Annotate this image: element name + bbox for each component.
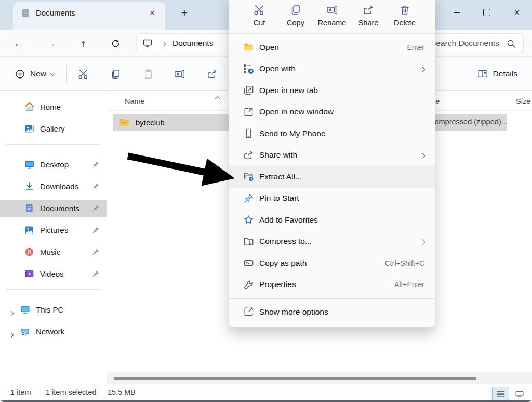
menu-item-shortcut: Enter: [407, 43, 424, 51]
sidebar-content-divider: [107, 91, 107, 384]
thumbnail-view-toggle[interactable]: [511, 387, 528, 400]
new-button[interactable]: New: [8, 64, 61, 84]
rename-command[interactable]: Rename: [315, 3, 349, 28]
forward-button[interactable]: →: [41, 34, 61, 53]
details-pane-button[interactable]: Details: [472, 64, 523, 84]
search-icon: [506, 38, 517, 49]
menu-item-open-in-new-tab[interactable]: Open in new tab: [229, 80, 435, 101]
copy-button[interactable]: [105, 63, 126, 84]
cut-command[interactable]: Cut: [243, 3, 276, 28]
command-label: Share: [358, 19, 379, 27]
menu-item-share-with[interactable]: Share with: [229, 145, 435, 166]
sidebar-item-home[interactable]: Home: [0, 98, 107, 115]
minimize-button[interactable]: [442, 0, 472, 25]
pinned-icon: [91, 204, 100, 213]
sidebar-item-gallery[interactable]: Gallery: [0, 120, 107, 137]
paste-button[interactable]: [138, 63, 158, 84]
pinned-icon: [91, 182, 100, 191]
sort-ascending-icon[interactable]: [216, 93, 219, 102]
column-header-name[interactable]: Name: [125, 97, 145, 106]
horizontal-scrollbar[interactable]: [107, 372, 532, 384]
tab-title: Documents: [36, 8, 145, 17]
menu-item-open-in-new-window[interactable]: Open in new window: [229, 101, 435, 123]
compress-zip-icon: [243, 236, 255, 248]
menu-item-add-to-favorites[interactable]: Add to Favorites: [229, 209, 435, 231]
menu-item-label: Open in new window: [259, 107, 334, 116]
favorites-star-icon: [243, 214, 255, 226]
tab-close-icon[interactable]: ×: [145, 6, 159, 20]
menu-item-send-to-my-phone[interactable]: Send to My Phone: [229, 123, 435, 145]
copy-as-path-icon: [243, 257, 255, 269]
copy-command[interactable]: Copy: [279, 3, 312, 28]
sidebar-item-videos[interactable]: Videos: [0, 265, 107, 282]
delete-icon: [398, 4, 411, 16]
context-menu-command-row: Cut Copy Rename Share: [229, 0, 435, 34]
menu-item-open-with[interactable]: Open with: [229, 58, 435, 80]
sidebar-item-music[interactable]: Music: [0, 243, 107, 261]
menu-item-pin-to-start[interactable]: Pin to Start: [229, 188, 435, 210]
sidebar-item-label: Home: [40, 102, 61, 111]
zipped-folder-icon: [118, 116, 130, 128]
sidebar-item-label: Documents: [40, 204, 79, 213]
column-header-size[interactable]: Size: [516, 97, 530, 106]
breadcrumb-location[interactable]: Documents: [172, 38, 213, 48]
phone-icon: [243, 127, 255, 139]
menu-item-properties[interactable]: Properties Alt+Enter: [229, 274, 435, 296]
menu-item-open[interactable]: Open Enter: [229, 36, 435, 58]
sidebar-item-downloads[interactable]: Downloads: [0, 178, 107, 195]
context-menu-items: Open Enter Open with Open in new tab: [229, 34, 435, 324]
menu-item-copy-as-path[interactable]: Copy as path Ctrl+Shift+C: [229, 252, 435, 274]
properties-wrench-icon: [243, 279, 255, 291]
toolbar-divider: [66, 65, 67, 83]
command-label: Rename: [318, 19, 347, 27]
up-button[interactable]: ↑: [73, 34, 93, 53]
back-button[interactable]: ←: [9, 34, 29, 53]
rename-icon: [326, 4, 338, 16]
expand-chevron-icon[interactable]: [9, 330, 13, 339]
menu-item-label: Compress to...: [259, 237, 312, 246]
sidebar-item-label: Music: [40, 248, 60, 256]
sidebar-item-this-pc[interactable]: This PC: [0, 301, 107, 318]
sidebar-item-desktop[interactable]: Desktop: [0, 156, 107, 173]
expand-chevron-icon[interactable]: [9, 308, 13, 317]
menu-item-label: Properties: [259, 280, 296, 289]
sidebar-separator: [6, 144, 100, 145]
submenu-chevron-icon: [421, 237, 424, 246]
share-command[interactable]: Share: [352, 3, 385, 28]
pinned-icon: [91, 248, 100, 256]
refresh-button[interactable]: [105, 34, 125, 53]
sidebar-item-label: Videos: [40, 269, 64, 278]
details-pane-label: Details: [493, 69, 517, 79]
share-button[interactable]: [202, 63, 222, 84]
document-tab-icon: [20, 8, 31, 18]
close-button[interactable]: ×: [502, 0, 532, 25]
new-tab-button[interactable]: +: [177, 5, 192, 21]
tab-documents[interactable]: Documents ×: [13, 2, 165, 30]
command-label: Copy: [287, 19, 304, 27]
sidebar-item-network[interactable]: Network: [0, 323, 107, 340]
cut-button[interactable]: [73, 63, 94, 84]
maximize-button[interactable]: [472, 0, 502, 25]
open-new-tab-icon: [243, 84, 255, 96]
delete-command[interactable]: Delete: [388, 3, 421, 28]
submenu-chevron-icon: [421, 150, 424, 160]
downloads-icon: [24, 181, 35, 192]
home-icon: [24, 101, 35, 112]
gallery-icon: [24, 123, 35, 134]
pinned-icon: [91, 226, 100, 235]
menu-item-shortcut: Ctrl+Shift+C: [385, 259, 424, 267]
menu-item-label: Open with: [259, 64, 296, 73]
network-icon: [20, 326, 31, 337]
share-icon: [362, 4, 375, 16]
menu-item-compress-to[interactable]: Compress to...: [229, 231, 435, 253]
menu-item-extract-all[interactable]: Extract All...: [229, 166, 435, 188]
horizontal-scrollbar-thumb[interactable]: [114, 377, 476, 380]
sidebar-item-documents[interactable]: Documents: [0, 200, 107, 217]
sidebar-item-pictures[interactable]: Pictures: [0, 222, 107, 239]
rename-button[interactable]: [169, 63, 190, 84]
selection-size: 15.5 MB: [108, 388, 136, 396]
details-view-toggle[interactable]: [492, 387, 509, 400]
sidebar-separator: [6, 289, 100, 290]
command-label: Delete: [394, 19, 416, 27]
menu-item-show-more-options[interactable]: Show more options: [229, 301, 435, 323]
